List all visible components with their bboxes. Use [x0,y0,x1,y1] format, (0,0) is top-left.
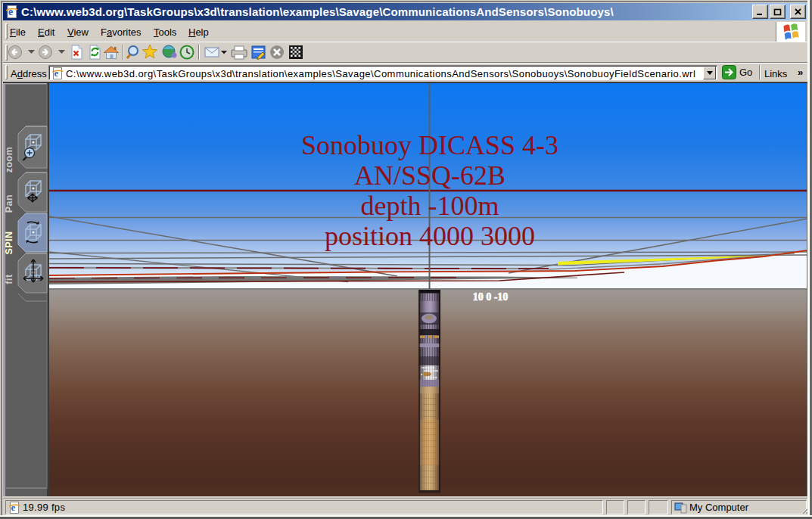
svg-text:Sonobuoy DICASS 4-3: Sonobuoy DICASS 4-3 [301,130,558,160]
svg-text:SPIN: SPIN [4,231,14,254]
svg-text:Pan: Pan [4,194,14,213]
svg-text:zoom: zoom [4,147,14,173]
svg-text:e: e [54,67,59,79]
svg-text:position 4000 3000: position 4000 3000 [325,221,535,251]
svg-text:fit: fit [4,274,14,284]
svg-text:10 0 -10: 10 0 -10 [473,291,509,303]
svg-text:e: e [8,6,13,17]
svg-text:AN/SSQ-62B: AN/SSQ-62B [354,160,506,191]
svg-text:depth -100m: depth -100m [361,191,499,221]
svg-text:e: e [11,502,16,513]
